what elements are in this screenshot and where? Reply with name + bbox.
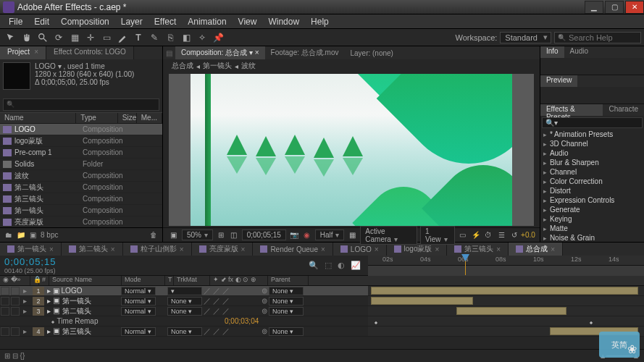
camera-select[interactable]: Active Camera — [360, 226, 417, 245]
flowchart-icon[interactable]: ☰ — [496, 230, 506, 240]
timeline-layer[interactable]: ▸3▸ ▣ 第二镜头Normal ▾None ▾／ ／ ／⊚None ▾ — [0, 306, 644, 316]
timeline-layer[interactable]: ⬥ Time Remap0;00;03;04⬥⬥ — [0, 316, 644, 327]
anchor-tool[interactable]: ✛ — [84, 31, 97, 44]
effect-category[interactable]: Expression Controls — [540, 195, 644, 205]
timeline-tab[interactable]: 总合成 × — [509, 243, 563, 256]
breadcrumb[interactable]: 总合成◂ 第一镜头◂ 波纹 — [163, 59, 540, 72]
project-tab[interactable]: Project× — [0, 46, 46, 59]
roto-tool[interactable]: ✧ — [196, 31, 209, 44]
transparency-icon[interactable]: ▦ — [347, 230, 357, 240]
playhead[interactable] — [465, 256, 466, 275]
timeline-tab[interactable]: 第三镜头 × — [447, 243, 509, 256]
region-icon[interactable]: ▣ — [169, 230, 179, 240]
text-tool[interactable]: T — [132, 31, 145, 44]
timeline-tab[interactable]: 亮度蒙版 × — [192, 243, 254, 256]
effects-search[interactable]: 🔍▾ — [542, 117, 643, 128]
interpret-icon[interactable]: 🖿 — [5, 231, 12, 239]
maximize-button[interactable]: ▢ — [605, 1, 624, 14]
effect-category[interactable]: Audio — [540, 148, 644, 158]
character-tab[interactable]: Characte — [603, 104, 644, 116]
zoom-select[interactable]: 50% — [182, 230, 213, 240]
current-time[interactable]: 0;00;05;15 — [4, 256, 56, 267]
project-item[interactable]: 第二镜头Composition — [0, 182, 162, 193]
rotate-tool[interactable]: ⟳ — [52, 31, 65, 44]
menu-help[interactable]: Help — [305, 17, 335, 27]
shape-tool[interactable]: ▭ — [100, 31, 113, 44]
effect-category[interactable]: Matte — [540, 224, 644, 233]
menu-view[interactable]: View — [233, 17, 263, 27]
project-item[interactable]: 亮度蒙版Composition — [0, 216, 162, 227]
audio-tab[interactable]: Audio — [564, 46, 595, 58]
timeline-tab[interactable]: 第一镜头 × — [0, 243, 62, 256]
timeline-tab[interactable]: logo蒙版 × — [387, 243, 448, 256]
preview-tab[interactable]: Preview — [540, 75, 578, 87]
channel-icon[interactable]: ◉ — [302, 230, 312, 240]
project-item[interactable]: 第三镜头Composition — [0, 193, 162, 205]
menu-animation[interactable]: Animation — [182, 17, 232, 27]
workspace-select[interactable]: Standard — [500, 32, 551, 43]
menu-layer[interactable]: Layer — [115, 17, 149, 27]
resolution-select[interactable]: Half — [315, 230, 345, 240]
help-search[interactable]: Search Help — [554, 32, 641, 43]
composition-tab[interactable]: Composition: 总合成 ▾ × — [175, 46, 265, 59]
minimize-button[interactable]: ▁ — [585, 1, 603, 14]
effect-category[interactable]: Channel — [540, 167, 644, 177]
clone-tool[interactable]: ⎘ — [164, 31, 177, 44]
composition-viewer[interactable] — [169, 74, 534, 226]
project-item[interactable]: logo蒙版Composition — [0, 135, 162, 147]
project-item[interactable]: Pre-comp 1Composition — [0, 147, 162, 159]
exposure-value[interactable]: +0.0 — [521, 231, 535, 239]
new-comp-icon[interactable]: ▣ — [30, 231, 36, 239]
effect-category[interactable]: Noise & Grain — [540, 233, 644, 242]
effect-category[interactable]: Color Correction — [540, 177, 644, 186]
effect-category[interactable]: * Animation Presets — [540, 130, 644, 139]
effects-list[interactable]: * Animation Presets3D ChannelAudioBlur &… — [540, 130, 644, 242]
menu-file[interactable]: File — [3, 17, 28, 27]
mask-icon[interactable]: ◫ — [229, 230, 239, 240]
brush-tool[interactable]: ✎ — [148, 31, 161, 44]
motion-blur-icon[interactable]: ◐ — [338, 261, 345, 270]
project-item[interactable]: 波纹Composition — [0, 170, 162, 182]
search-layers-icon[interactable]: 🔍 — [309, 261, 319, 270]
effect-controls-tab[interactable]: Effect Controls: LOGO — [46, 46, 134, 59]
info-tab[interactable]: Info — [540, 46, 564, 58]
effect-category[interactable]: Distort — [540, 186, 644, 195]
puppet-tool[interactable]: 📌 — [212, 31, 225, 44]
eraser-tool[interactable]: ◧ — [180, 31, 193, 44]
timeline-tab[interactable]: 第二镜头 × — [62, 243, 123, 256]
timeline-tab[interactable]: LOGO × — [333, 243, 387, 256]
footage-tab[interactable]: Footage: 总合成.mov — [265, 46, 345, 59]
menu-composition[interactable]: Composition — [55, 17, 115, 27]
reset-exposure-icon[interactable]: ↺ — [509, 230, 519, 240]
selection-tool[interactable] — [4, 31, 17, 44]
fast-preview-icon[interactable]: ⚡ — [471, 230, 481, 240]
graph-icon[interactable]: 📈 — [351, 261, 361, 270]
camera-tool[interactable]: ▦ — [68, 31, 81, 44]
effect-category[interactable]: 3D Channel — [540, 139, 644, 148]
folder-icon[interactable]: 📁 — [17, 231, 25, 239]
menu-edit[interactable]: Edit — [28, 17, 55, 27]
project-search[interactable] — [3, 98, 159, 111]
close-button[interactable]: ✕ — [625, 1, 644, 14]
project-item[interactable]: 第一镜头Composition — [0, 205, 162, 216]
snapshot-icon[interactable]: 📷 — [289, 230, 299, 240]
layer-tab[interactable]: Layer: (none) — [344, 48, 398, 59]
trash-icon[interactable]: 🗑 — [150, 231, 157, 239]
views-select[interactable]: 1 View — [420, 226, 455, 245]
timeline-tab[interactable]: 粒子山倒影 × — [123, 243, 192, 256]
grid-icon[interactable]: ⊞ — [216, 230, 226, 240]
shy-icon[interactable]: ⬚ — [325, 261, 332, 270]
pen-tool[interactable] — [116, 31, 129, 44]
effects-presets-tab[interactable]: Effects & Presets — [540, 104, 603, 116]
zoom-tool[interactable] — [36, 31, 49, 44]
toggle-switches-icon[interactable]: ⊞ ⊟ {} — [4, 352, 25, 360]
menu-window[interactable]: Window — [262, 17, 305, 27]
hand-tool[interactable] — [20, 31, 33, 44]
timeline-icon[interactable]: ⏱ — [483, 230, 493, 240]
effect-category[interactable]: Blur & Sharpen — [540, 158, 644, 167]
timeline-layer[interactable]: ▸1▸ ▣ LOGONormal ▾ ▾／ ／ ／⊚None ▾ — [0, 286, 644, 296]
timeline-layer[interactable]: ▸4▸ ▣ 第三镜头Normal ▾None ▾／ ／ ／⊚None ▾ — [0, 327, 644, 337]
timecode-display[interactable]: 0;00;05;15 — [242, 230, 286, 240]
project-item[interactable]: LOGOComposition — [0, 124, 162, 135]
effect-category[interactable]: Generate — [540, 205, 644, 214]
